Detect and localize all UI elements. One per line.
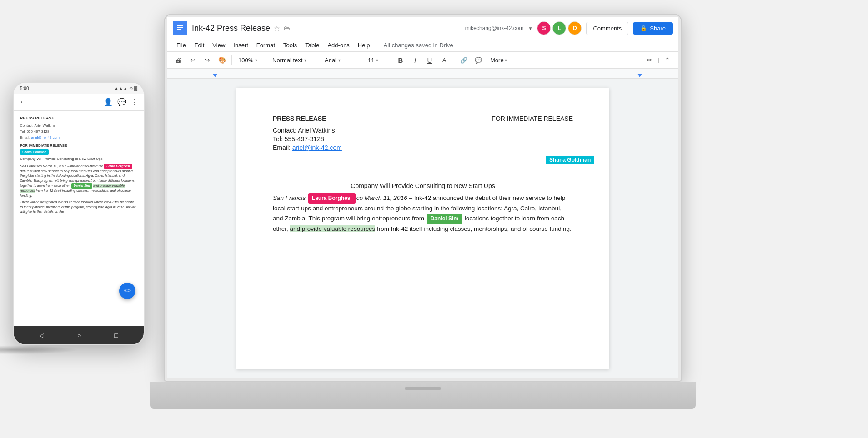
- docs-ruler: [167, 69, 678, 79]
- redo-button[interactable]: ↪: [201, 54, 214, 66]
- docs-menu-bar: File Edit View Insert Format Tools Table…: [167, 39, 678, 51]
- folder-icon[interactable]: 🗁: [284, 25, 290, 32]
- phone-device: 5:00 ▲▲▲ ⊙ ▓ ← 👤 💬 ⋮ PRESS RELEASE Conta…: [13, 82, 145, 345]
- phone-shana-bubble: Shana Goldman: [20, 149, 49, 155]
- doc-header-line: PRESS RELEASE FOR IMMEDIATE RELEASE: [273, 115, 573, 122]
- phone-time: 5:00: [20, 86, 29, 91]
- phone-tel: Tel: 555-497-3128: [20, 129, 137, 134]
- docs-top-bar: Ink-42 Press Release ☆ 🗁 mikechang@ink-4…: [167, 17, 678, 39]
- size-select[interactable]: 11 ▾: [365, 55, 387, 65]
- ruler: [167, 69, 678, 78]
- phone-shadow: [0, 345, 79, 354]
- link-button[interactable]: 🔗: [457, 54, 470, 66]
- doc-title: Ink-42 Press Release: [192, 24, 270, 33]
- more-chevron: ▾: [505, 58, 507, 63]
- share-button[interactable]: 🔒 Share: [633, 22, 673, 35]
- daniel-cursor-bubble: Daniel Sim: [427, 214, 462, 224]
- toolbar-sep-3: [318, 55, 318, 65]
- menu-help[interactable]: Help: [354, 40, 374, 50]
- font-select[interactable]: Arial ▾: [321, 55, 358, 65]
- menu-format[interactable]: Format: [253, 40, 279, 50]
- phone-doc-title: PRESS RELEASE: [20, 115, 137, 122]
- laura-cursor-bubble: Laura Borghesi: [308, 193, 356, 204]
- paint-format-button[interactable]: 🎨: [216, 54, 228, 66]
- avatar-3: D: [568, 21, 582, 35]
- doc-body-para: San Francis Laura Borghesico March 11, 2…: [273, 193, 573, 234]
- shana-cursor-bubble: Shana Goldman: [546, 156, 594, 164]
- avatar-1: S: [537, 21, 551, 35]
- avatar-2: L: [552, 21, 566, 35]
- menu-file[interactable]: File: [173, 40, 190, 50]
- underline-button[interactable]: U: [423, 54, 436, 66]
- style-chevron: ▾: [304, 58, 306, 63]
- menu-view[interactable]: View: [209, 40, 229, 50]
- phone-header-icons: 👤 💬 ⋮: [104, 98, 138, 106]
- toolbar-sep-4: [361, 55, 361, 65]
- phone-fab-edit[interactable]: ✏: [119, 283, 135, 299]
- toolbar-sep-1: [231, 55, 232, 65]
- menu-table[interactable]: Table: [301, 40, 323, 50]
- for-immediate-label: FOR IMMEDIATE RELEASE: [492, 115, 573, 122]
- menu-edit[interactable]: Edit: [191, 40, 208, 50]
- phone-body-text-2: There will be designated events at each …: [20, 200, 137, 214]
- phone-back-button[interactable]: ←: [19, 97, 27, 107]
- company-tagline: Company Will Provide Consulting to New S…: [273, 182, 573, 189]
- collapse-button[interactable]: ⌃: [661, 54, 674, 66]
- zoom-select[interactable]: 100% ▾: [235, 55, 262, 65]
- phone-home-nav[interactable]: ○: [77, 332, 81, 339]
- comments-button[interactable]: Comments: [586, 22, 628, 35]
- user-avatars: S L D: [537, 21, 582, 35]
- font-color-button[interactable]: A: [438, 54, 451, 66]
- more-button[interactable]: More ▾: [487, 55, 511, 65]
- print-button[interactable]: 🖨: [172, 54, 185, 66]
- italic-button[interactable]: I: [409, 54, 421, 66]
- menu-tools[interactable]: Tools: [280, 40, 301, 50]
- undo-button[interactable]: ↩: [186, 54, 199, 66]
- toolbar-sep-6: [454, 55, 454, 65]
- phone-status-bar: 5:00 ▲▲▲ ⊙ ▓: [14, 83, 144, 94]
- docs-content: PRESS RELEASE FOR IMMEDIATE RELEASE Cont…: [167, 79, 678, 378]
- pen-button[interactable]: ✏: [643, 54, 656, 66]
- docs-title-row: Ink-42 Press Release ☆ 🗁: [192, 24, 461, 33]
- phone-company: Company Will Provide Consulting to New S…: [20, 156, 137, 162]
- phone-bottom-bar: ◁ ○ □: [14, 326, 144, 344]
- menu-insert[interactable]: Insert: [230, 40, 252, 50]
- phone-back-nav[interactable]: ◁: [39, 332, 44, 339]
- doc-page[interactable]: PRESS RELEASE FOR IMMEDIATE RELEASE Cont…: [236, 88, 609, 369]
- doc-email-line: Email: ariel@ink-42.com: [273, 144, 573, 151]
- doc-email-link[interactable]: ariel@ink-42.com: [292, 144, 342, 151]
- laptop-screen: Ink-42 Press Release ☆ 🗁 mikechang@ink-4…: [167, 17, 678, 378]
- phone-email: Email: ariel@ink-42.com: [20, 135, 137, 140]
- ruler-left-marker: [213, 74, 217, 77]
- comment-button[interactable]: 💬: [472, 54, 485, 66]
- phone-more-icon[interactable]: ⋮: [131, 98, 138, 106]
- laptop-base: [150, 382, 696, 409]
- bold-button[interactable]: B: [394, 54, 407, 66]
- svg-rect-2: [177, 29, 181, 30]
- svg-rect-0: [177, 25, 183, 26]
- phone-person-icon[interactable]: 👤: [104, 98, 113, 106]
- docs-toolbar: 🖨 ↩ ↪ 🎨 100% ▾ Normal text ▾ Arial ▾: [167, 52, 678, 69]
- phone-chat-icon[interactable]: 💬: [117, 98, 126, 106]
- style-select[interactable]: Normal text ▾: [269, 55, 315, 65]
- highlighted-text: and provide valuable resources: [290, 225, 376, 232]
- wifi-icon: ⊙: [129, 86, 133, 91]
- shana-cursor-area: Shana Goldman: [273, 156, 573, 174]
- press-release-label: PRESS RELEASE: [273, 115, 326, 122]
- laptop-device: Ink-42 Press Release ☆ 🗁 mikechang@ink-4…: [150, 0, 696, 409]
- signal-icon: ▲▲▲: [114, 86, 128, 91]
- phone-square-nav[interactable]: □: [114, 332, 118, 339]
- star-icon[interactable]: ☆: [274, 24, 280, 33]
- zoom-chevron: ▾: [255, 58, 257, 63]
- save-status: All changes saved in Drive: [375, 42, 673, 49]
- menu-addons[interactable]: Add-ons: [324, 40, 353, 50]
- pen-separator: |: [658, 58, 659, 63]
- doc-contact: Contact: Ariel Watkins: [273, 127, 573, 134]
- lock-icon: 🔒: [640, 25, 647, 31]
- svg-rect-1: [177, 27, 183, 28]
- phone-daniel-bubble: Daniel Sim: [71, 183, 92, 189]
- toolbar-sep-5: [391, 55, 391, 65]
- dropdown-icon[interactable]: ▼: [528, 26, 533, 31]
- top-right-area: mikechang@ink-42.com ▼ S L D Comments 🔒 …: [465, 21, 673, 35]
- ruler-right-marker: [637, 74, 642, 77]
